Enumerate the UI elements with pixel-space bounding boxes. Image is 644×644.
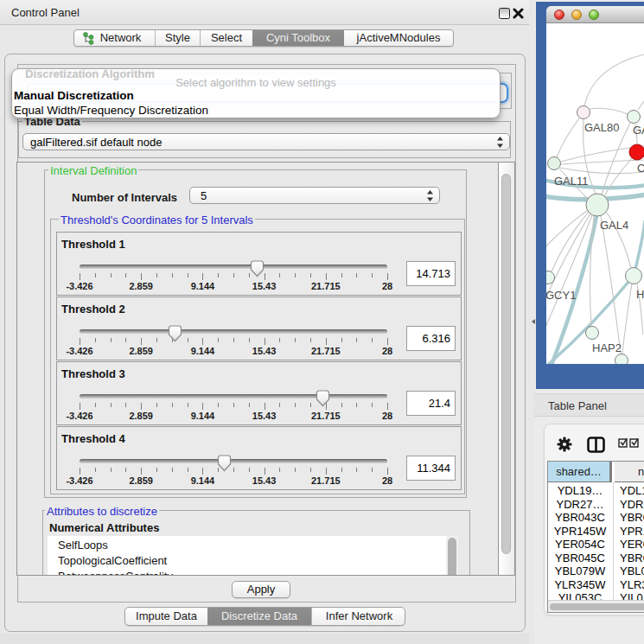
svg-text:GCY1: GCY1 xyxy=(546,289,576,302)
svg-text:H: H xyxy=(636,288,644,301)
svg-text:GAL8: GAL8 xyxy=(633,124,644,137)
svg-text:GAL80: GAL80 xyxy=(584,121,619,134)
svg-text:GAL11: GAL11 xyxy=(554,175,589,188)
svg-text:GAL4: GAL4 xyxy=(600,219,628,232)
svg-text:CY: CY xyxy=(637,162,644,175)
svg-text:HAP2: HAP2 xyxy=(592,341,622,354)
